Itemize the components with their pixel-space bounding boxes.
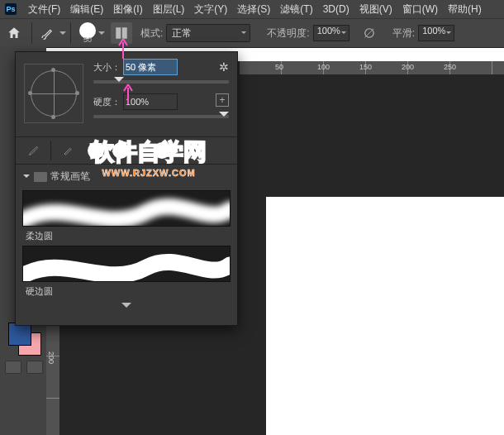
ruler-vertical: 150 200 xyxy=(46,314,59,435)
menu-text[interactable]: 文字(Y) xyxy=(189,2,232,17)
mode-select[interactable]: 正常 xyxy=(166,24,250,42)
size-label: 大小： xyxy=(93,61,123,74)
opacity-input[interactable]: 100% xyxy=(313,25,349,41)
menu-edit[interactable]: 编辑(E) xyxy=(65,2,108,17)
menu-help[interactable]: 帮助(H) xyxy=(443,2,487,17)
brush-panel-toggle[interactable] xyxy=(111,22,132,44)
foreground-swatch[interactable] xyxy=(8,323,31,346)
panel-gear-icon[interactable]: ✲ xyxy=(219,60,229,74)
brush-sample-1[interactable] xyxy=(88,142,104,159)
brush-sample-2[interactable] xyxy=(112,142,129,159)
menu-file[interactable]: 文件(F) xyxy=(23,2,65,17)
size-input[interactable]: 50 像素 xyxy=(123,59,178,75)
screenmode-icon[interactable] xyxy=(26,361,43,374)
hardness-slider[interactable] xyxy=(93,115,229,118)
document-canvas[interactable] xyxy=(266,197,504,435)
brush-angle-preview[interactable] xyxy=(24,64,83,123)
hardness-input[interactable]: 100% xyxy=(123,93,178,110)
ps-logo: Ps xyxy=(5,3,17,15)
brush-name-hard: 硬边圆 xyxy=(26,285,231,298)
tool-dropdown-icon[interactable] xyxy=(59,29,67,37)
folder-collapse-icon xyxy=(22,173,31,181)
quickmask-row xyxy=(5,361,43,374)
home-icon[interactable] xyxy=(0,19,28,47)
brush-list: 柔边圆 硬边圆 xyxy=(16,190,237,304)
hardness-label: 硬度： xyxy=(93,96,123,108)
brush-preset-chip[interactable]: 50 xyxy=(79,22,106,44)
brush-actions-row xyxy=(16,136,237,165)
mode-label: 模式: xyxy=(140,26,163,41)
menu-image[interactable]: 图像(I) xyxy=(108,2,147,17)
flow-input[interactable]: 100% xyxy=(418,25,454,41)
brush-size-caption: 50 xyxy=(83,36,92,44)
menu-3d[interactable]: 3D(D) xyxy=(318,3,354,15)
panel-scroll-hint[interactable] xyxy=(16,304,237,311)
pencil-icon[interactable] xyxy=(22,139,45,162)
brush-name-soft: 柔边圆 xyxy=(26,230,231,242)
brush-folder[interactable]: 常规画笔 xyxy=(16,165,237,187)
menu-layer[interactable]: 图层(L) xyxy=(148,2,190,17)
brush-preview-soft[interactable] xyxy=(22,190,231,227)
folder-icon xyxy=(34,172,47,182)
menu-view[interactable]: 视图(V) xyxy=(354,2,397,17)
folder-label: 常规画笔 xyxy=(50,170,90,184)
brush-preview-hard[interactable] xyxy=(22,246,231,282)
pressure-opacity-icon[interactable] xyxy=(358,22,381,45)
brush-sample-3[interactable] xyxy=(154,142,170,159)
brush-tool-icon[interactable] xyxy=(36,22,59,45)
options-bar: 50 模式: 正常 不透明度: 100% 平滑: 100% xyxy=(0,18,504,48)
brush-preset-dropdown-icon[interactable] xyxy=(97,29,106,37)
new-brush-icon[interactable]: + xyxy=(216,93,229,107)
menu-select[interactable]: 选择(S) xyxy=(232,2,275,17)
brush-settings-panel: ✲ + 大小： 50 像素 硬度： 100 xyxy=(15,51,238,326)
color-swatches[interactable] xyxy=(8,323,41,356)
opacity-label: 不透明度: xyxy=(267,26,309,41)
menu-window[interactable]: 窗口(W) xyxy=(397,2,443,17)
flow-label: 平滑: xyxy=(392,26,415,41)
flat-brush-icon[interactable] xyxy=(56,139,79,162)
menu-bar: Ps 文件(F) 编辑(E) 图像(I) 图层(L) 文字(Y) 选择(S) 滤… xyxy=(0,0,504,18)
size-slider[interactable] xyxy=(93,80,229,84)
menu-filter[interactable]: 滤镜(T) xyxy=(275,2,317,17)
ruler-horizontal: 0 50 100 150 200 250 xyxy=(240,61,504,74)
quickmask-icon[interactable] xyxy=(5,361,21,374)
